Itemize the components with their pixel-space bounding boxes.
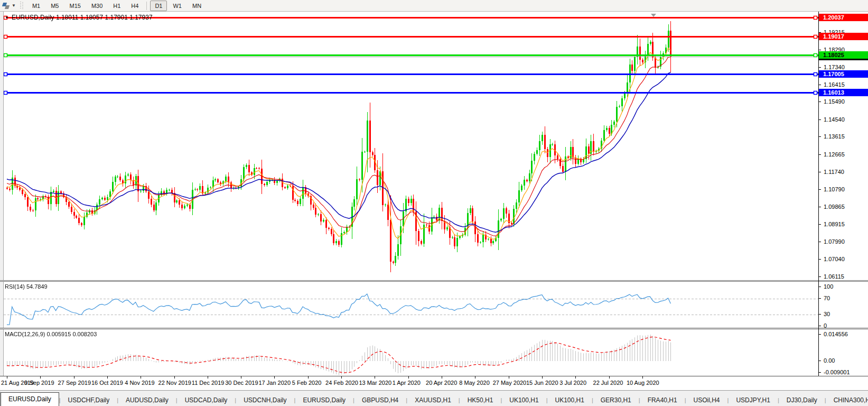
date-tick [341,376,342,379]
price-tick-label: 1.07040 [818,256,845,263]
date-tick [107,376,108,379]
price-tick-label: 1.06115 [818,273,844,280]
rsi-tick-label: 100 [818,283,833,290]
price-tick-label: 1.12665 [818,151,845,158]
macd-tick-label: -0.009001 [818,369,850,376]
chevron-down-icon[interactable]: ▼ [12,3,16,8]
tab-hk50-h1[interactable]: HK50,H1 [460,394,501,406]
date-tick [308,376,309,379]
pane-separator[interactable] [0,280,868,282]
tab-usdchf-daily[interactable]: USDCHF,Daily [61,394,117,406]
tab-uk100-h1[interactable]: UK100,H1 [502,394,546,406]
tab-gbpusd-h4[interactable]: GBPUSD,H4 [354,394,406,406]
price-tick-label: 1.10790 [818,186,845,193]
price-tick-label: 1.07990 [818,238,845,245]
macd-indicator-label: MACD(12,26,9) 0.005915 0.008203 [5,331,97,337]
date-tick [174,376,175,379]
date-tick [475,376,475,379]
date-tick [642,376,643,379]
tab-xauusd-h1[interactable]: XAUUSD,H1 [407,394,459,406]
price-tick-label: 1.08915 [818,221,845,228]
pane-separator[interactable] [0,328,868,329]
timeframe-button-m1[interactable]: M1 [27,1,45,11]
chart-tab-bar: EURUSD,Daily|USDCHF,Daily|AUDUSD,Daily|U… [0,390,868,406]
macd-tick-label: 0.00 [818,357,835,364]
tab-audusd-daily[interactable]: AUDUSD,Daily [118,394,176,406]
date-tick [375,376,375,379]
tab-usdcad-daily[interactable]: USDCAD,Daily [178,394,235,406]
rsi-tick-label: 70 [818,295,830,302]
date-tick [74,376,74,379]
rsi-tick-label: 0 [818,322,827,329]
tab-fra40-h1[interactable]: FRA40,H1 [640,394,685,406]
date-tick [241,376,241,379]
hline-price-badge[interactable]: 1.19017 [819,33,868,40]
chart-windows-icon[interactable] [2,2,11,10]
date-tick [609,376,610,379]
tab-usdcnh-daily[interactable]: USDCNH,Daily [236,394,294,406]
hline-price-badge[interactable]: 1.20037 [819,14,868,21]
rsi-indicator-label: RSI(14) 54.7849 [5,283,48,290]
tab-usoil-h4[interactable]: USOil,H4 [686,394,727,406]
date-tick [408,376,409,379]
price-tick-label: 1.11740 [818,169,844,176]
date-tick [575,376,576,379]
timeframe-button-m30[interactable]: M30 [87,1,107,11]
rsi-canvas[interactable] [4,282,818,328]
timeframe-button-mn[interactable]: MN [188,1,206,11]
rsi-tick-label: 30 [818,311,830,318]
tab-dj30-daily[interactable]: DJ30,Daily [779,394,825,406]
main-chart-canvas[interactable] [4,13,818,280]
top-toolbar: ▼ M1M5M15M30H1H4D1W1MN [0,0,868,12]
date-label: 10 Aug 2020 [627,380,669,386]
timeframe-button-w1[interactable]: W1 [168,1,186,11]
tab-eurusd-daily[interactable]: EURUSD,Daily [1,392,59,406]
tab-usdjpy-h1[interactable]: USDJPY,H1 [729,394,777,406]
tab-uk100-h1[interactable]: UK100,H1 [548,394,592,406]
date-tick [7,376,7,379]
hline-price-badge[interactable]: 1.17005 [819,70,868,78]
chart-title-row: ▼ EURUSD,Daily 1.18011 1.18057 1.17901 1… [5,14,153,21]
timeframe-button-h1[interactable]: H1 [108,1,125,11]
chart-shift-marker-icon[interactable] [651,14,656,17]
one-click-trading-icon[interactable]: ▼ [5,15,9,20]
date-tick [208,376,208,379]
tab-china300-h1[interactable]: CHINA300,H1 [826,394,868,406]
toolbar-divider [146,2,147,10]
chart-title: EURUSD,Daily 1.18011 1.18057 1.17901 1.1… [12,14,153,21]
macd-tick-label: 0.014556 [818,331,848,338]
timeframe-button-h4[interactable]: H4 [126,1,143,11]
tab-ger30-h1[interactable]: GER30,H1 [593,394,639,406]
hline-price-badge[interactable]: 1.18025 [819,51,868,59]
date-tick [442,376,442,379]
price-tick-label: 1.15490 [818,98,845,105]
price-tick-label: 1.14540 [818,116,845,123]
date-axis: 21 Aug 20199 Sep 201927 Sep 201916 Oct 2… [0,376,868,391]
date-tick [509,376,509,379]
hline-price-badge[interactable]: 1.16013 [819,89,868,96]
date-tick [274,376,275,379]
date-tick [542,376,543,379]
toolbar-grip-handle[interactable] [20,2,23,10]
mt4-terminal: { "toolbar": { "chart_tool_icon": "chart… [0,0,868,406]
timeframe-buttons: M1M5M15M30H1H4D1W1MN [27,1,207,11]
price-tick-label: 1.13615 [818,133,845,140]
date-tick [141,376,141,379]
timeframe-button-d1[interactable]: D1 [150,1,167,11]
price-tick-label: 1.16415 [818,81,845,88]
timeframe-button-m15[interactable]: M15 [64,1,85,11]
date-tick [40,376,41,379]
chart-window: ▼ EURUSD,Daily 1.18011 1.18057 1.17901 1… [0,12,868,390]
window-left-border [0,12,4,390]
macd-canvas[interactable] [4,329,818,376]
timeframe-button-m5[interactable]: M5 [46,1,63,11]
price-tick-label: 1.09865 [818,204,845,210]
tab-eurusd-daily[interactable]: EURUSD,Daily [295,394,353,406]
